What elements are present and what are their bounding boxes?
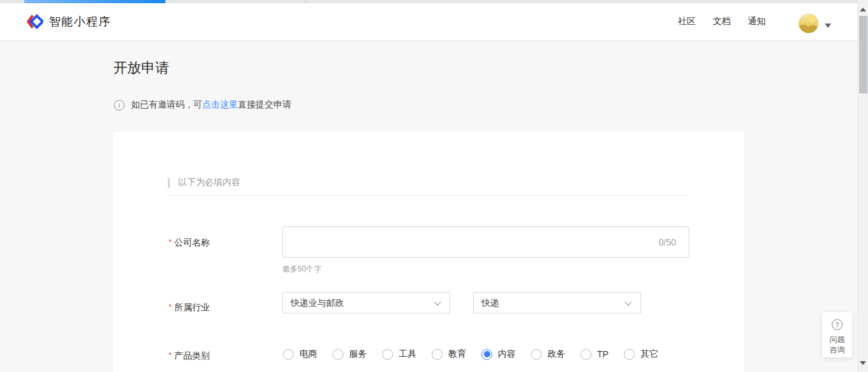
application-form-card: 以下为必填内容 *公司名称 0/50 最多50个字 *所属行业 快递业与邮政 快…: [113, 132, 744, 372]
chevron-down-icon: [624, 298, 631, 305]
nav-item-community[interactable]: 社区: [678, 16, 696, 27]
industry-secondary-value: 快递: [481, 298, 499, 308]
section-marker-bar: [168, 178, 170, 188]
invite-code-link[interactable]: 点击这里: [202, 99, 238, 109]
question-icon: ?: [832, 319, 843, 330]
radio-option-label: 政务: [548, 348, 565, 360]
notice-bar: i 如已有邀请码，可点击这里直接提交申请: [114, 99, 291, 111]
product-category-label: *产品类别: [169, 350, 210, 362]
required-asterisk: *: [169, 237, 172, 247]
product-category-radio-group: 电商服务工具教育内容政务TP其它: [283, 348, 658, 360]
chevron-down-icon[interactable]: [825, 24, 831, 31]
help-label-line2: 咨询: [830, 345, 845, 355]
radio-unselected-icon[interactable]: [624, 349, 635, 360]
radio-option-label: 教育: [448, 348, 466, 360]
nav-item-docs[interactable]: 文档: [713, 16, 731, 27]
notice-prefix: 如已有邀请码，可: [131, 99, 202, 109]
company-name-input[interactable]: [283, 227, 689, 257]
radio-unselected-icon[interactable]: [581, 349, 591, 360]
product-option-1[interactable]: 服务: [333, 348, 367, 360]
radio-selected-icon[interactable]: [481, 349, 492, 360]
radio-option-label: 内容: [498, 348, 516, 360]
industry-primary-value: 快递业与邮政: [291, 298, 344, 308]
info-icon: i: [114, 100, 125, 111]
top-nav: 社区 文档 通知: [678, 3, 766, 40]
industry-secondary-select[interactable]: 快递: [473, 292, 641, 313]
company-name-input-box: 0/50: [282, 226, 689, 258]
radio-unselected-icon[interactable]: [283, 349, 294, 360]
industry-label: *所属行业: [169, 302, 210, 313]
radio-unselected-icon[interactable]: [432, 349, 443, 360]
company-name-label: *公司名称: [169, 237, 210, 249]
radio-option-label: 电商: [300, 348, 317, 360]
radio-unselected-icon[interactable]: [382, 349, 393, 360]
nav-item-notifications[interactable]: 通知: [748, 16, 766, 27]
logo[interactable]: 智能小程序: [25, 12, 111, 31]
section-header: 以下为必填内容: [168, 177, 240, 188]
required-asterisk: *: [169, 302, 172, 312]
app-header: 智能小程序 社区 文档 通知: [0, 3, 857, 40]
radio-option-label: 服务: [349, 348, 367, 360]
scroll-up-arrow-icon[interactable]: [860, 4, 866, 11]
section-divider: [168, 195, 689, 196]
avatar[interactable]: [799, 13, 818, 33]
product-option-5[interactable]: 政务: [531, 348, 565, 360]
product-option-7[interactable]: 其它: [624, 348, 658, 360]
radio-option-label: TP: [597, 349, 609, 359]
radio-unselected-icon[interactable]: [333, 349, 343, 360]
notice-text: 如已有邀请码，可点击这里直接提交申请: [131, 99, 291, 111]
scrollbar[interactable]: [857, 0, 868, 372]
company-name-hint: 最多50个字: [282, 264, 321, 275]
required-asterisk: *: [169, 350, 172, 360]
scroll-down-arrow-icon[interactable]: [860, 361, 866, 368]
product-option-3[interactable]: 教育: [432, 348, 466, 360]
help-label-line1: 问题: [830, 334, 845, 345]
radio-option-label: 工具: [399, 348, 417, 360]
page-title: 开放申请: [113, 59, 169, 78]
product-option-0[interactable]: 电商: [283, 348, 317, 360]
smart-miniprogram-logo-icon: [25, 13, 43, 31]
radio-option-label: 其它: [640, 348, 658, 360]
char-counter: 0/50: [659, 237, 676, 247]
section-title: 以下为必填内容: [178, 177, 240, 188]
radio-unselected-icon[interactable]: [531, 349, 542, 360]
chevron-down-icon: [434, 298, 441, 305]
help-consult-button[interactable]: ? 问题 咨询: [822, 312, 852, 357]
notice-suffix: 直接提交申请: [238, 99, 291, 109]
product-option-4[interactable]: 内容: [481, 348, 516, 360]
product-option-2[interactable]: 工具: [382, 348, 417, 360]
industry-primary-select[interactable]: 快递业与邮政: [282, 292, 450, 313]
product-option-6[interactable]: TP: [581, 349, 609, 360]
logo-text: 智能小程序: [49, 14, 111, 29]
scrollbar-thumb[interactable]: [859, 16, 867, 93]
